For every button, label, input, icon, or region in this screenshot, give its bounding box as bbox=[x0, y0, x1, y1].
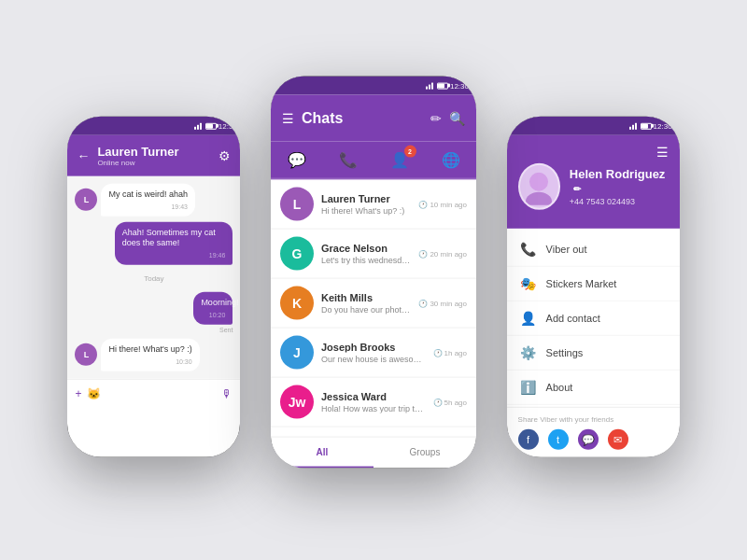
right-signal-icon bbox=[629, 122, 639, 130]
chat-info-joseph: Joseph Brooks Our new house is awesome! … bbox=[321, 342, 426, 364]
chat-preview-keith: Do you have our photos from the nye? bbox=[321, 305, 411, 315]
battery-icon bbox=[205, 122, 217, 129]
avatar-keith: K bbox=[280, 287, 314, 320]
chat-info-lauren: Lauren Turner Hi there! What's up? :) bbox=[321, 193, 411, 216]
avatar-joseph: J bbox=[280, 336, 314, 370]
profile-phone-label: +44 7543 024493 bbox=[570, 197, 669, 206]
chat-preview-grace: Let's try this wednesday... Is that alri… bbox=[321, 256, 411, 265]
left-status-bar: 12:3 bbox=[67, 117, 240, 135]
chat-time-grace: 🕐 20 min ago bbox=[418, 249, 467, 258]
chat-item-keith[interactable]: K Keith Mills Do you have our photos fro… bbox=[271, 279, 476, 329]
chat-time-keith: 🕐 30 min ago bbox=[418, 299, 467, 307]
tab-contacts[interactable]: 👤 2 bbox=[387, 147, 413, 173]
stickers-icon: 🎭 bbox=[520, 276, 537, 291]
menu-label-stickers: Stickers Market bbox=[546, 278, 617, 289]
day-divider: Today bbox=[75, 274, 233, 283]
chat-item-jessica[interactable]: Jw Jessica Ward Hola! How was your trip … bbox=[271, 378, 476, 427]
search-icon[interactable]: 🔍 bbox=[449, 111, 465, 126]
right-phone-screen: 12:30 ☰ bbox=[507, 117, 680, 457]
clock-icon-4: 🕐 bbox=[433, 348, 443, 357]
tab-explore[interactable]: 🌐 bbox=[438, 147, 464, 173]
mic-icon[interactable]: 🎙 bbox=[221, 387, 233, 400]
email-share-icon[interactable]: ✉ bbox=[608, 429, 628, 450]
svg-point-1 bbox=[526, 192, 552, 205]
settings-menu-icon: ⚙️ bbox=[520, 345, 537, 360]
edit-profile-icon[interactable]: ✏ bbox=[573, 184, 581, 194]
chat-name-joseph: Joseph Brooks bbox=[321, 342, 426, 353]
center-bottom-tabs: All Groups bbox=[271, 437, 476, 469]
right-profile-header: ☰ Helen Rodriguez ✏ bbox=[507, 135, 680, 229]
edit-icon[interactable]: ✏ bbox=[430, 111, 442, 126]
menu-item-stickers[interactable]: 🎭 Stickers Market bbox=[507, 267, 680, 301]
viber-share-icon[interactable]: 💬 bbox=[578, 429, 599, 450]
chat-info-jessica: Jessica Ward Hola! How was your trip to … bbox=[321, 391, 426, 413]
menu-label-about: About bbox=[546, 382, 573, 393]
msg-time-4: 10:30 bbox=[108, 357, 191, 366]
profile-name-label: Helen Rodriguez ✏ bbox=[570, 167, 669, 195]
viber-out-icon: 📞 bbox=[520, 242, 537, 257]
chat-time-joseph: 🕐 1h ago bbox=[433, 348, 467, 357]
avatar-lauren: L bbox=[280, 188, 314, 221]
back-icon[interactable]: ← bbox=[77, 148, 90, 163]
left-phone: 12:3 ← Lauren Turner Online now ⚙ L My c… bbox=[67, 117, 240, 457]
chat-preview-lauren: Hi there! What's up? :) bbox=[321, 206, 411, 216]
menu-item-settings[interactable]: ⚙️ Settings bbox=[507, 336, 680, 371]
menu-item-viber-out[interactable]: 📞 Viber out bbox=[507, 232, 680, 267]
svg-point-0 bbox=[529, 173, 548, 191]
scene: 12:3 ← Lauren Turner Online now ⚙ L My c… bbox=[9, 14, 738, 546]
tab-all[interactable]: All bbox=[271, 438, 374, 469]
add-contact-icon: 👤 bbox=[520, 311, 537, 326]
menu-list: 📞 Viber out 🎭 Stickers Market 👤 Add cont… bbox=[507, 229, 680, 407]
avatar-jessica: Jw bbox=[280, 385, 314, 419]
profile-avatar bbox=[518, 163, 560, 210]
menu-item-add-contact[interactable]: 👤 Add contact bbox=[507, 301, 680, 336]
sticker-icon[interactable]: 🐱 bbox=[87, 387, 101, 400]
msg-time-1: 19:43 bbox=[108, 202, 188, 210]
share-label: Share Viber with your friends bbox=[518, 415, 669, 424]
message-input[interactable] bbox=[106, 389, 216, 399]
chat-item-lauren[interactable]: L Lauren Turner Hi there! What's up? :) … bbox=[271, 180, 476, 230]
menu-item-about[interactable]: ℹ️ About bbox=[507, 371, 680, 405]
avatar-received-2: L bbox=[75, 343, 97, 366]
contacts-badge: 2 bbox=[404, 146, 416, 158]
sent-label: Sent bbox=[219, 327, 233, 333]
menu-icon[interactable]: ☰ bbox=[282, 111, 294, 126]
right-phone: 12:30 ☰ bbox=[507, 117, 680, 457]
tab-calls[interactable]: 📞 bbox=[335, 147, 361, 173]
left-status-time: 12:3 bbox=[218, 121, 233, 130]
msg-bubble-sent-2: Moorning! 10:20 bbox=[193, 292, 233, 325]
clock-icon-2: 🕐 bbox=[418, 249, 428, 258]
tab-chats[interactable]: 💬 bbox=[284, 147, 310, 173]
chat-name-jessica: Jessica Ward bbox=[321, 391, 426, 402]
chat-item-joseph[interactable]: J Joseph Brooks Our new house is awesome… bbox=[271, 329, 476, 378]
menu-label-add-contact: Add contact bbox=[546, 313, 600, 324]
left-chat-header: ← Lauren Turner Online now ⚙ bbox=[67, 135, 240, 176]
right-battery-icon bbox=[641, 122, 652, 129]
profile-avatar-svg bbox=[520, 168, 557, 205]
center-status-bar: 12:30 bbox=[271, 77, 476, 95]
add-icon[interactable]: + bbox=[75, 387, 81, 400]
chat-item-grace[interactable]: G Grace Nelson Let's try this wednesday.… bbox=[271, 230, 476, 279]
right-header-top: ☰ bbox=[518, 145, 669, 160]
msg-time-3: 10:20 bbox=[201, 311, 225, 319]
right-menu-icon[interactable]: ☰ bbox=[656, 145, 669, 160]
twitter-icon[interactable]: t bbox=[548, 429, 569, 450]
center-phone: 12:30 ☰ Chats ✏ 🔍 💬 📞 👤 2 🌐 bbox=[271, 77, 476, 469]
facebook-icon[interactable]: f bbox=[518, 429, 539, 450]
chat-info-grace: Grace Nelson Let's try this wednesday...… bbox=[321, 243, 411, 265]
tab-groups[interactable]: Groups bbox=[374, 438, 476, 469]
contact-status-label: Online now bbox=[97, 159, 211, 167]
msg-row-2: L Hi there! What's up? :) 10:30 bbox=[75, 339, 233, 371]
profile-info: Helen Rodriguez ✏ +44 7543 024493 bbox=[570, 167, 669, 206]
msg-time-2: 19:46 bbox=[122, 251, 226, 259]
right-status-icons: 12:30 bbox=[629, 121, 672, 130]
msg-row-1: L My cat is weird! ahah 19:43 bbox=[75, 184, 233, 217]
chat-name-grace: Grace Nelson bbox=[321, 243, 411, 254]
chat-time-jessica: 🕐 5h ago bbox=[433, 398, 467, 406]
msg-bubble-sent-1: Ahah! Sometimes my cat does the same! 19… bbox=[115, 222, 233, 265]
center-signal-icon bbox=[426, 82, 435, 90]
settings-icon[interactable]: ⚙ bbox=[218, 148, 231, 163]
message-area: L My cat is weird! ahah 19:43 Ahah! Some… bbox=[67, 176, 240, 379]
profile-section: Helen Rodriguez ✏ +44 7543 024493 bbox=[518, 163, 669, 210]
center-tabs: 💬 📞 👤 2 🌐 bbox=[271, 142, 476, 180]
